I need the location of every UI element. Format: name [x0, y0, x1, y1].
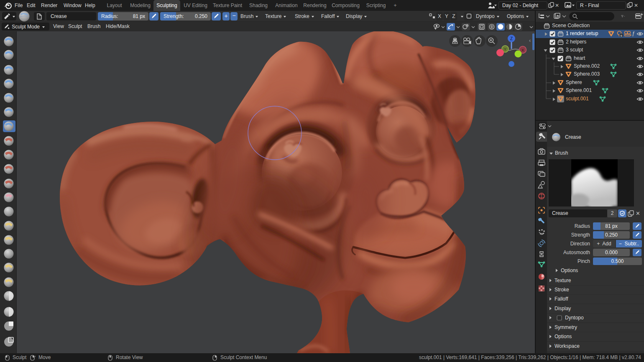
- svg-text:X: X: [521, 48, 524, 52]
- svg-text:Z: Z: [510, 36, 513, 41]
- svg-text:Y: Y: [504, 47, 506, 51]
